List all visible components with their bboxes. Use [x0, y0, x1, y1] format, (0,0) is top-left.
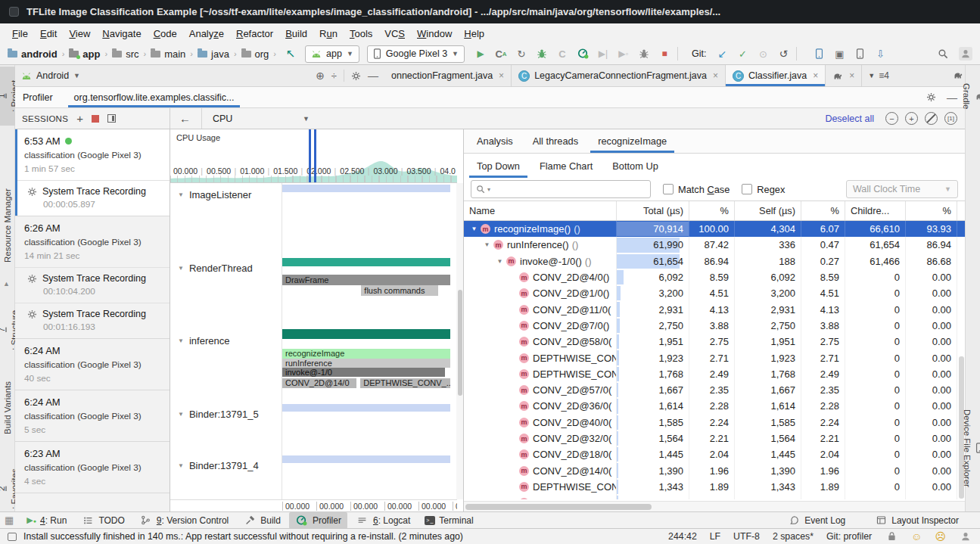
- view-tab-bottom-up[interactable]: Bottom Up: [602, 154, 667, 178]
- column-header-2[interactable]: %: [689, 201, 735, 220]
- deselect-all-link[interactable]: Deselect all: [825, 113, 874, 124]
- thread-track[interactable]: DrawFrameflush commands: [282, 256, 450, 329]
- menu-tools[interactable]: Tools: [344, 26, 378, 42]
- breadcrumb-java[interactable]: java: [198, 48, 229, 60]
- trace-event-bar[interactable]: runInference: [282, 359, 450, 368]
- tool-button-todo[interactable]: TODO: [75, 512, 130, 529]
- tool-button-event-log[interactable]: Event Log: [781, 512, 851, 529]
- add-session-icon[interactable]: +: [76, 113, 83, 124]
- device-manager-icon[interactable]: [812, 47, 826, 61]
- tab-list-dropdown-icon[interactable]: ▼: [868, 72, 875, 79]
- thread-name[interactable]: ▼Binder:13791_5: [178, 409, 259, 420]
- stop-icon[interactable]: ■: [658, 47, 671, 61]
- locate-icon[interactable]: ⊕: [316, 70, 325, 82]
- hide-profiler-icon[interactable]: —: [947, 92, 957, 104]
- tool-button-6-logcat[interactable]: 6: Logcat: [350, 512, 416, 529]
- breadcrumb-src[interactable]: src: [112, 48, 138, 60]
- run-config-dropdown[interactable]: app ▼: [305, 45, 359, 63]
- table-row[interactable]: mCONV_2D@36/0(1,6142.281,6142.2800.00: [464, 398, 965, 414]
- trace-event-bar[interactable]: [282, 329, 450, 339]
- thread-track[interactable]: [282, 183, 450, 256]
- menu-vcs[interactable]: VCS: [378, 26, 411, 42]
- back-arrow-icon[interactable]: ↖: [284, 47, 297, 61]
- menu-navigate[interactable]: Navigate: [96, 26, 147, 42]
- close-icon[interactable]: ×: [499, 70, 504, 81]
- avd-manager-icon[interactable]: [853, 47, 866, 61]
- close-icon[interactable]: ×: [813, 70, 818, 81]
- thread-name[interactable]: ▼ImageListener: [178, 189, 251, 201]
- column-header-1[interactable]: Total (µs): [617, 201, 689, 220]
- table-row[interactable]: mCONV_2D@32/0(1,5642.211,5642.2100.00: [464, 431, 965, 446]
- git-commit-icon[interactable]: ✓: [736, 47, 749, 61]
- expand-triangle-icon[interactable]: ▼: [496, 258, 504, 265]
- tool-button-4-run[interactable]: ▶●4: Run: [20, 514, 73, 527]
- tool-stripe-device-file-explorer[interactable]: Device File Explorer: [966, 395, 980, 501]
- tool-stripe-7-structure[interactable]: 7: Structure: [0, 297, 15, 363]
- status-item[interactable]: 2 spaces*: [773, 531, 814, 542]
- tool-button-layout-inspector[interactable]: Layout Inspector: [868, 512, 965, 529]
- thread-name[interactable]: ▼Binder:13791_4: [178, 460, 259, 471]
- trace-event-bar[interactable]: [282, 258, 450, 266]
- status-item[interactable]: LF: [710, 531, 720, 542]
- column-header-0[interactable]: Name: [464, 201, 617, 220]
- search-input[interactable]: ▾: [471, 180, 651, 198]
- table-row[interactable]: mCONV_2D@14/0(1,3901.961,3901.9600.00: [464, 462, 965, 478]
- tool-button-build[interactable]: Build: [237, 512, 287, 529]
- tool-stripe-1-project[interactable]: 1: Project: [0, 67, 15, 126]
- cpu-usage-minimap[interactable]: CPU Usage 00.00000.50001.00001.50002.000…: [170, 129, 457, 183]
- column-header-5[interactable]: Childre...: [845, 201, 906, 220]
- editor-tab-onnectionFragment.java[interactable]: onnectionFragment.java×: [384, 65, 512, 86]
- status-item[interactable]: UTF-8: [733, 531, 760, 542]
- close-icon[interactable]: ×: [713, 70, 718, 81]
- menu-help[interactable]: Help: [458, 26, 490, 42]
- gear-icon[interactable]: [351, 71, 361, 81]
- run-icon[interactable]: ▶: [474, 47, 487, 61]
- session-item[interactable]: 6:53 AMclassification (Google Pixel 3)1 …: [15, 129, 170, 216]
- hector-icon[interactable]: [959, 530, 972, 544]
- project-view-dropdown[interactable]: Android ▼: [21, 70, 80, 81]
- git-rollback-icon[interactable]: ↺: [776, 47, 790, 61]
- expand-triangle-icon[interactable]: ▼: [470, 225, 478, 232]
- git-history-icon[interactable]: ⊙: [756, 47, 770, 61]
- match-case-checkbox[interactable]: Match Case: [663, 184, 730, 195]
- git-update-icon[interactable]: ↙: [715, 47, 729, 61]
- menu-view[interactable]: View: [63, 26, 96, 42]
- debug-icon[interactable]: [535, 47, 549, 61]
- table-row[interactable]: ▼mrunInference()()61,99087.423360.4761,6…: [464, 237, 965, 253]
- end-session-icon[interactable]: [107, 114, 116, 123]
- menu-build[interactable]: Build: [279, 26, 313, 42]
- collapse-triangle-icon[interactable]: ▼: [178, 462, 184, 469]
- profiler-session-tab[interactable]: org.tensorflow.lite.examples.classific..…: [68, 87, 241, 107]
- apply-changes-icon[interactable]: CA: [494, 47, 508, 61]
- table-row[interactable]: mDEPTHWISE_CON1,7682.491,7682.4900.00: [464, 366, 965, 382]
- trace-event-bar[interactable]: DrawFrame: [282, 275, 450, 285]
- tool-window-switcher-icon[interactable]: ▦: [5, 514, 14, 526]
- breadcrumb-main[interactable]: main: [151, 48, 185, 60]
- thread-track[interactable]: [282, 403, 450, 454]
- session-item[interactable]: 6:23 AMclassification (Google Pixel 3)4 …: [15, 442, 170, 493]
- tab-analysis[interactable]: Analysis: [467, 129, 523, 153]
- attach-debugger-icon[interactable]: [637, 47, 651, 61]
- trace-event-bar[interactable]: recognizeImage: [282, 349, 450, 359]
- device-dropdown[interactable]: Google Pixel 3 ▼: [367, 45, 465, 63]
- view-tab-top-down[interactable]: Top Down: [467, 154, 530, 178]
- smiley-sad-icon[interactable]: ☹: [935, 531, 946, 542]
- trace-event-bar[interactable]: CONV_2D@14/0: [282, 378, 356, 388]
- expand-triangle-icon[interactable]: ▼: [483, 241, 491, 248]
- table-row[interactable]: mDEPTHWISE_CON1,3431.891,3431.8900.00: [464, 479, 965, 495]
- hidden-tabs-count[interactable]: ≡4: [879, 70, 889, 81]
- menu-window[interactable]: Window: [411, 26, 458, 42]
- search-everywhere-icon[interactable]: [936, 47, 950, 61]
- recording-item[interactable]: System Trace Recording00:01:16.193: [15, 303, 170, 338]
- table-row[interactable]: ▼mrecognizeImage()()70,914100.004,3046.0…: [464, 221, 965, 237]
- breadcrumb-android[interactable]: android: [8, 48, 58, 60]
- metric-dropdown[interactable]: CPU ▼: [213, 113, 310, 124]
- table-row[interactable]: mCONV_2D@58/0(1,9512.751,9512.7500.00: [464, 334, 965, 350]
- lock-icon[interactable]: [885, 530, 898, 544]
- menu-edit[interactable]: Edit: [34, 26, 63, 42]
- collapse-all-icon[interactable]: ÷: [331, 70, 337, 82]
- reset-zoom-icon[interactable]: [925, 112, 938, 125]
- trace-event-bar[interactable]: DEPTHWISE_CONV_...: [360, 378, 450, 388]
- table-row[interactable]: mCONV_2D@18/0(1,4452.041,4452.0400.00: [464, 446, 965, 462]
- selection-start-line[interactable]: [309, 129, 311, 182]
